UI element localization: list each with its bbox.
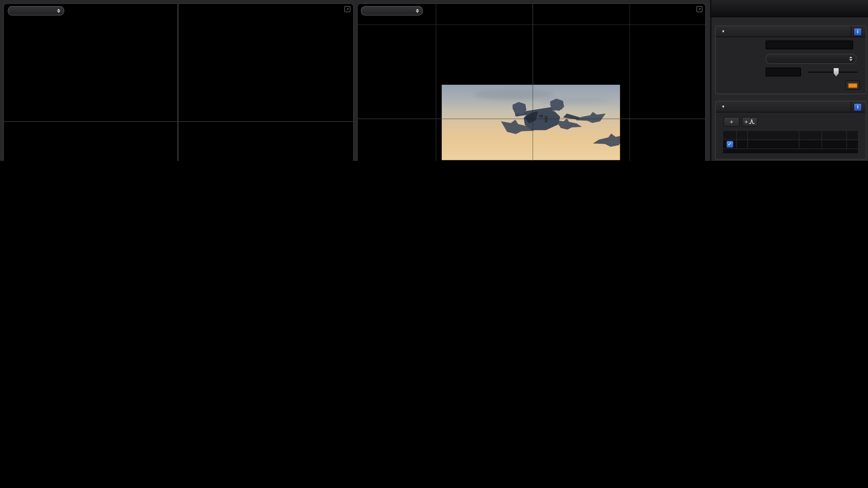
collapse-triangle-icon[interactable]: ▼ [721,29,725,33]
expand-icon[interactable]: ↗ [696,6,703,12]
add-audio-file-button[interactable]: + [723,117,740,127]
viewport-area: ↗ [0,0,710,161]
empty-row [723,149,858,153]
info-icon[interactable]: i [854,103,862,111]
section-general-header[interactable]: ▼ i [716,26,866,37]
section-audio-files-header[interactable]: ▼ i [716,102,866,113]
sound-sources [4,4,353,161]
top-view-viewport[interactable]: ↗ [3,3,354,161]
pov-grid-v1 [436,4,436,161]
pov-grid-h1 [358,24,705,25]
volume-field[interactable] [766,67,801,77]
pov-video-frame [442,85,620,160]
pov-view-selector[interactable] [361,6,423,16]
volume-slider[interactable] [808,71,858,73]
audio-files-header-row [723,131,858,140]
inspector-panel: ▼ i ▼ i [710,0,868,161]
add-audio-file-waveform-button[interactable]: + [742,117,758,127]
expand-icon[interactable]: ↗ [344,6,350,12]
info-icon[interactable]: i [854,28,862,36]
audio-files-table[interactable]: ✓ [722,130,859,154]
description-field[interactable] [766,40,853,49]
spatial-audio-workstation: ↗ [0,0,868,161]
spinner-icon [849,57,852,61]
source-select[interactable] [766,54,856,64]
panel-header [711,0,868,17]
section-general: ▼ i [715,26,866,94]
collapse-triangle-icon[interactable]: ▼ [721,105,725,109]
section-audio-files: ▼ i + + ✓ [715,101,866,160]
pov-markers [442,85,620,160]
spinner-icon [416,9,419,13]
volume-slider-handle[interactable] [834,68,839,76]
file-checkbox[interactable]: ✓ [726,141,733,148]
track-color-swatch[interactable] [845,80,860,90]
spinner-icon [57,9,60,13]
view-selector[interactable] [8,6,64,16]
crosshair-h [442,118,620,119]
audio-file-row[interactable]: ✓ [723,140,858,149]
pov-viewport[interactable]: ↗ [357,3,706,161]
crosshair-v [532,85,533,160]
pov-grid-v3 [629,4,630,161]
